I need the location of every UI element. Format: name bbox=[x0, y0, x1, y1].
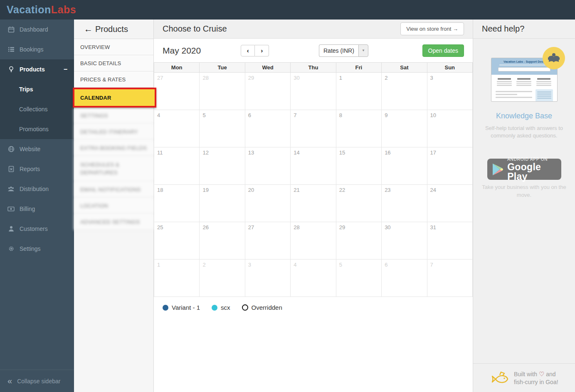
product-tab-basic-details[interactable]: BASIC DETAILS bbox=[74, 55, 153, 71]
calendar-cell-date: 28 bbox=[202, 75, 208, 81]
calendar-cell[interactable]: 14 bbox=[291, 147, 336, 185]
product-tab-settings[interactable]: SETTINGS bbox=[74, 108, 153, 124]
calendar-cell[interactable]: 4 bbox=[154, 110, 200, 147]
calendar-toolbar: May 2020 ‹ › Rates (INR) ▼ Open dates bbox=[154, 39, 473, 62]
product-tab-detailed-itinerary[interactable]: DETAILED ITINERARY bbox=[74, 124, 153, 140]
legend-item: scx bbox=[212, 304, 230, 311]
product-tab-advanced-settings[interactable]: ADVANCED SETTINGS bbox=[74, 214, 153, 230]
view-on-storefront-button[interactable]: View on store front → bbox=[400, 22, 464, 35]
reading-person-icon bbox=[548, 52, 560, 64]
calendar-cell[interactable]: 3 bbox=[245, 260, 291, 297]
sidebar-item-customers[interactable]: Customers bbox=[0, 219, 74, 239]
calendar-cell[interactable]: 18 bbox=[154, 185, 200, 222]
sidebar-item-products[interactable]: Products− bbox=[0, 59, 74, 79]
calendar-cell-date: 7 bbox=[294, 112, 296, 118]
calendar-cell[interactable]: 5 bbox=[336, 260, 382, 297]
product-tab-location[interactable]: LOCATION bbox=[74, 198, 153, 214]
brand-logo[interactable]: VacationLabs bbox=[7, 4, 76, 16]
sidebar-item-billing[interactable]: Billing bbox=[0, 199, 74, 219]
month-label: May 2020 bbox=[163, 46, 201, 56]
calendar-cell[interactable]: 29 bbox=[336, 222, 382, 260]
calendar-cell[interactable]: 28 bbox=[291, 222, 336, 260]
legend-label: Overridden bbox=[252, 304, 282, 311]
collapse-sidebar-button[interactable]: « Collapse sidebar bbox=[0, 370, 74, 392]
calendar-cell[interactable]: 6 bbox=[382, 260, 427, 297]
calendar-cell[interactable]: 27 bbox=[245, 222, 291, 260]
chevron-down-icon: ▼ bbox=[358, 44, 368, 57]
rates-dropdown[interactable]: Rates (INR) ▼ bbox=[319, 44, 368, 57]
calendar-cell[interactable]: 30 bbox=[291, 73, 336, 110]
calendar-cell[interactable]: 16 bbox=[382, 147, 427, 185]
calendar-cell[interactable]: 19 bbox=[200, 185, 245, 222]
knowledge-base-link[interactable]: Knowledge Base bbox=[473, 112, 575, 120]
sidebar-item-label: Trips bbox=[19, 86, 33, 93]
product-tab-schedules-departures[interactable]: SCHEDULES & DEPARTURES bbox=[74, 156, 153, 181]
calendar-cell[interactable]: 2 bbox=[200, 260, 245, 297]
calendar-cell[interactable]: 10 bbox=[427, 110, 473, 147]
calendar-cell[interactable]: 20 bbox=[245, 185, 291, 222]
calendar-cell[interactable]: 13 bbox=[245, 147, 291, 185]
sidebar-item-distribution[interactable]: Distribution bbox=[0, 179, 74, 199]
knowledge-base-thumbnail[interactable]: Vacation Labs - Support Desk bbox=[491, 58, 558, 102]
sidebar-item-collections[interactable]: Collections bbox=[0, 99, 74, 119]
product-tab-overview[interactable]: OVERVIEW bbox=[74, 39, 153, 55]
calendar-cell[interactable]: 12 bbox=[200, 147, 245, 185]
calendar-cell[interactable]: 23 bbox=[382, 185, 427, 222]
sidebar-item-dashboard[interactable]: Dashboard bbox=[0, 20, 74, 39]
sidebar-item-bookings[interactable]: Bookings bbox=[0, 39, 74, 59]
google-play-badge[interactable]: ANDROID APP ON Google Play bbox=[487, 159, 561, 180]
play-badge-line2: Google Play bbox=[507, 162, 561, 181]
prev-month-button[interactable]: ‹ bbox=[241, 45, 255, 56]
day-header-fri: Fri bbox=[336, 63, 382, 73]
calendar-cell[interactable]: 4 bbox=[291, 260, 336, 297]
calendar-cell[interactable]: 2 bbox=[382, 73, 427, 110]
subnav-back-products[interactable]: ← Products bbox=[74, 20, 153, 39]
calendar-cell[interactable]: 25 bbox=[154, 222, 200, 260]
sidebar-item-promotions[interactable]: Promotions bbox=[0, 119, 74, 139]
calendar-cell[interactable]: 7 bbox=[291, 110, 336, 147]
sidebar-item-website[interactable]: Website bbox=[0, 139, 74, 159]
product-tab-label: CALENDAR bbox=[80, 95, 111, 101]
calendar-cell[interactable]: 7 bbox=[427, 260, 473, 297]
calendar-cell[interactable]: 15 bbox=[336, 147, 382, 185]
sidebar-item-trips[interactable]: Trips bbox=[0, 79, 74, 99]
calendar-cell[interactable]: 1 bbox=[154, 260, 200, 297]
calendar-cell[interactable]: 5 bbox=[200, 110, 245, 147]
calendar-cell[interactable]: 30 bbox=[382, 222, 427, 260]
lightbulb-icon bbox=[7, 66, 15, 73]
calendar-cell-date: 6 bbox=[385, 262, 387, 268]
calendar-cell[interactable]: 22 bbox=[336, 185, 382, 222]
calendar-cell[interactable]: 28 bbox=[200, 73, 245, 110]
product-tab-prices-rates[interactable]: PRICES & RATES bbox=[74, 71, 153, 88]
calendar-cell[interactable]: 3 bbox=[427, 73, 473, 110]
calendar-cell[interactable]: 24 bbox=[427, 185, 473, 222]
calendar-cell[interactable]: 29 bbox=[245, 73, 291, 110]
google-play-caption: Take your business with you on the move. bbox=[481, 183, 568, 199]
product-tab-label: EXTRA BOOKING FIELDS bbox=[80, 145, 147, 151]
calendar-cell[interactable]: 17 bbox=[427, 147, 473, 185]
open-dates-button[interactable]: Open dates bbox=[422, 44, 464, 57]
calendar-cell[interactable]: 1 bbox=[336, 73, 382, 110]
main-panel: Choose to Cruise View on store front → M… bbox=[154, 20, 473, 392]
brand-logo-secondary: Labs bbox=[51, 4, 76, 15]
calendar-cell[interactable]: 8 bbox=[336, 110, 382, 147]
calendar-cell[interactable]: 31 bbox=[427, 222, 473, 260]
calendar-cell[interactable]: 21 bbox=[291, 185, 336, 222]
calendar-cell[interactable]: 26 bbox=[200, 222, 245, 260]
sidebar-item-settings[interactable]: Settings bbox=[0, 239, 74, 259]
calendar-icon bbox=[7, 26, 15, 33]
sidebar-item-label: Customers bbox=[20, 225, 48, 232]
product-tab-calendar[interactable]: CALENDAR bbox=[73, 88, 156, 108]
calendar-cell[interactable]: 27 bbox=[154, 73, 200, 110]
calendar-cell[interactable]: 9 bbox=[382, 110, 427, 147]
calendar-cell[interactable]: 11 bbox=[154, 147, 200, 185]
preview-footer bbox=[491, 89, 557, 102]
next-month-button[interactable]: › bbox=[255, 45, 269, 56]
calendar-cell[interactable]: 6 bbox=[245, 110, 291, 147]
product-tab-extra-booking-fields[interactable]: EXTRA BOOKING FIELDS bbox=[74, 140, 153, 156]
product-tab-label: SETTINGS bbox=[80, 113, 108, 119]
sidebar-item-reports[interactable]: Reports bbox=[0, 159, 74, 179]
product-tab-email-notifications[interactable]: EMAIL NOTIFICATIONS bbox=[74, 181, 153, 198]
calendar-day-headers: MonTueWedThuFriSatSun bbox=[154, 63, 473, 73]
collapse-section-icon[interactable]: − bbox=[64, 66, 67, 73]
